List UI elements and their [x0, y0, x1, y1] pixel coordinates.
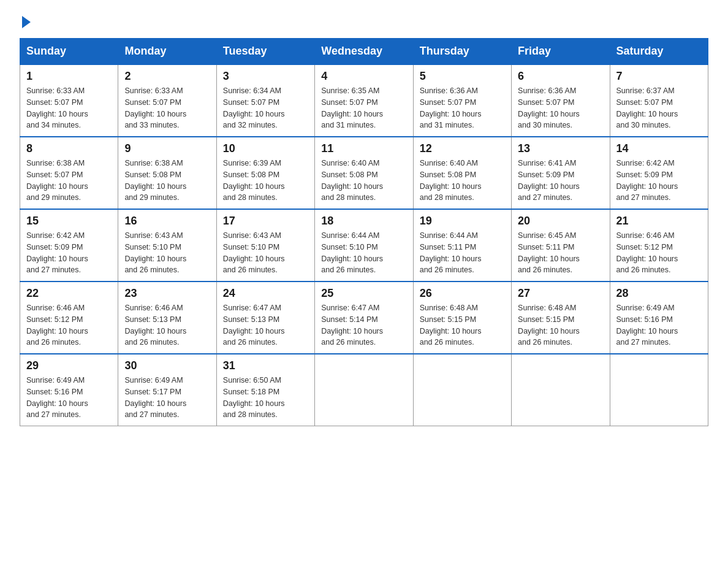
calendar-cell: 14Sunrise: 6:42 AMSunset: 5:09 PMDayligh…	[610, 137, 708, 209]
day-number: 18	[321, 215, 406, 228]
day-info: Sunrise: 6:44 AMSunset: 5:10 PMDaylight:…	[321, 230, 406, 276]
calendar-cell	[610, 354, 708, 426]
day-info: Sunrise: 6:40 AMSunset: 5:08 PMDaylight:…	[420, 158, 505, 204]
calendar-cell: 12Sunrise: 6:40 AMSunset: 5:08 PMDayligh…	[413, 137, 511, 209]
calendar-cell: 13Sunrise: 6:41 AMSunset: 5:09 PMDayligh…	[512, 137, 610, 209]
day-number: 15	[26, 215, 112, 228]
day-info: Sunrise: 6:36 AMSunset: 5:07 PMDaylight:…	[420, 85, 505, 131]
calendar-cell: 17Sunrise: 6:43 AMSunset: 5:10 PMDayligh…	[216, 209, 314, 282]
calendar-cell: 10Sunrise: 6:39 AMSunset: 5:08 PMDayligh…	[216, 137, 314, 209]
day-info: Sunrise: 6:43 AMSunset: 5:10 PMDaylight:…	[124, 230, 210, 276]
day-number: 1	[26, 70, 112, 83]
day-info: Sunrise: 6:39 AMSunset: 5:08 PMDaylight:…	[223, 158, 308, 204]
weekday-header-tuesday: Tuesday	[216, 39, 314, 65]
calendar-cell: 30Sunrise: 6:49 AMSunset: 5:17 PMDayligh…	[118, 354, 216, 426]
calendar-cell: 7Sunrise: 6:37 AMSunset: 5:07 PMDaylight…	[610, 64, 708, 137]
calendar-cell: 6Sunrise: 6:36 AMSunset: 5:07 PMDaylight…	[512, 64, 610, 137]
day-number: 13	[518, 142, 603, 155]
calendar-cell: 15Sunrise: 6:42 AMSunset: 5:09 PMDayligh…	[20, 209, 118, 282]
day-number: 31	[223, 359, 308, 372]
day-number: 4	[321, 70, 406, 83]
calendar-week-row: 22Sunrise: 6:46 AMSunset: 5:12 PMDayligh…	[20, 282, 708, 354]
day-number: 10	[223, 142, 308, 155]
day-number: 24	[223, 287, 308, 300]
day-number: 20	[518, 215, 603, 228]
day-number: 7	[616, 70, 702, 83]
day-info: Sunrise: 6:38 AMSunset: 5:07 PMDaylight:…	[26, 158, 112, 204]
calendar-cell: 3Sunrise: 6:34 AMSunset: 5:07 PMDaylight…	[216, 64, 314, 137]
day-info: Sunrise: 6:47 AMSunset: 5:14 PMDaylight:…	[321, 302, 406, 348]
day-info: Sunrise: 6:41 AMSunset: 5:09 PMDaylight:…	[518, 158, 603, 204]
weekday-header-row: SundayMondayTuesdayWednesdayThursdayFrid…	[20, 39, 708, 65]
day-number: 16	[124, 215, 210, 228]
day-info: Sunrise: 6:40 AMSunset: 5:08 PMDaylight:…	[321, 158, 406, 204]
weekday-header-thursday: Thursday	[413, 39, 511, 65]
weekday-header-saturday: Saturday	[610, 39, 708, 65]
day-number: 3	[223, 70, 308, 83]
day-info: Sunrise: 6:42 AMSunset: 5:09 PMDaylight:…	[26, 230, 112, 276]
calendar-cell	[315, 354, 413, 426]
day-info: Sunrise: 6:45 AMSunset: 5:11 PMDaylight:…	[518, 230, 603, 276]
calendar-cell: 31Sunrise: 6:50 AMSunset: 5:18 PMDayligh…	[216, 354, 314, 426]
day-number: 14	[616, 142, 702, 155]
day-number: 17	[223, 215, 308, 228]
day-number: 12	[420, 142, 505, 155]
day-number: 27	[518, 287, 603, 300]
calendar-cell: 8Sunrise: 6:38 AMSunset: 5:07 PMDaylight…	[20, 137, 118, 209]
day-number: 21	[616, 215, 702, 228]
day-number: 28	[616, 287, 702, 300]
day-info: Sunrise: 6:48 AMSunset: 5:15 PMDaylight:…	[518, 302, 603, 348]
weekday-header-sunday: Sunday	[20, 39, 118, 65]
calendar-cell: 11Sunrise: 6:40 AMSunset: 5:08 PMDayligh…	[315, 137, 413, 209]
weekday-header-friday: Friday	[512, 39, 610, 65]
day-number: 9	[124, 142, 210, 155]
weekday-header-monday: Monday	[118, 39, 216, 65]
day-info: Sunrise: 6:34 AMSunset: 5:07 PMDaylight:…	[223, 85, 308, 131]
calendar-cell: 25Sunrise: 6:47 AMSunset: 5:14 PMDayligh…	[315, 282, 413, 354]
day-number: 22	[26, 287, 112, 300]
calendar-cell: 1Sunrise: 6:33 AMSunset: 5:07 PMDaylight…	[20, 64, 118, 137]
calendar-cell: 18Sunrise: 6:44 AMSunset: 5:10 PMDayligh…	[315, 209, 413, 282]
calendar-table: SundayMondayTuesdayWednesdayThursdayFrid…	[20, 38, 708, 426]
day-info: Sunrise: 6:43 AMSunset: 5:10 PMDaylight:…	[223, 230, 308, 276]
day-info: Sunrise: 6:46 AMSunset: 5:12 PMDaylight:…	[616, 230, 702, 276]
day-number: 30	[124, 359, 210, 372]
logo	[20, 15, 31, 26]
day-info: Sunrise: 6:36 AMSunset: 5:07 PMDaylight:…	[518, 85, 603, 131]
calendar-cell: 22Sunrise: 6:46 AMSunset: 5:12 PMDayligh…	[20, 282, 118, 354]
day-number: 25	[321, 287, 406, 300]
day-info: Sunrise: 6:49 AMSunset: 5:16 PMDaylight:…	[616, 302, 702, 348]
day-number: 11	[321, 142, 406, 155]
calendar-cell	[512, 354, 610, 426]
calendar-week-row: 15Sunrise: 6:42 AMSunset: 5:09 PMDayligh…	[20, 209, 708, 282]
page-header	[20, 15, 708, 26]
calendar-cell: 24Sunrise: 6:47 AMSunset: 5:13 PMDayligh…	[216, 282, 314, 354]
logo-arrow-icon	[22, 16, 31, 28]
day-info: Sunrise: 6:49 AMSunset: 5:16 PMDaylight:…	[26, 375, 112, 421]
day-number: 23	[124, 287, 210, 300]
calendar-cell: 23Sunrise: 6:46 AMSunset: 5:13 PMDayligh…	[118, 282, 216, 354]
day-info: Sunrise: 6:49 AMSunset: 5:17 PMDaylight:…	[124, 375, 210, 421]
weekday-header-wednesday: Wednesday	[315, 39, 413, 65]
day-number: 5	[420, 70, 505, 83]
day-info: Sunrise: 6:46 AMSunset: 5:12 PMDaylight:…	[26, 302, 112, 348]
day-info: Sunrise: 6:35 AMSunset: 5:07 PMDaylight:…	[321, 85, 406, 131]
day-info: Sunrise: 6:42 AMSunset: 5:09 PMDaylight:…	[616, 158, 702, 204]
day-info: Sunrise: 6:33 AMSunset: 5:07 PMDaylight:…	[26, 85, 112, 131]
day-info: Sunrise: 6:44 AMSunset: 5:11 PMDaylight:…	[420, 230, 505, 276]
day-info: Sunrise: 6:33 AMSunset: 5:07 PMDaylight:…	[124, 85, 210, 131]
calendar-cell: 21Sunrise: 6:46 AMSunset: 5:12 PMDayligh…	[610, 209, 708, 282]
calendar-cell: 19Sunrise: 6:44 AMSunset: 5:11 PMDayligh…	[413, 209, 511, 282]
calendar-week-row: 29Sunrise: 6:49 AMSunset: 5:16 PMDayligh…	[20, 354, 708, 426]
day-info: Sunrise: 6:50 AMSunset: 5:18 PMDaylight:…	[223, 375, 308, 421]
calendar-cell: 20Sunrise: 6:45 AMSunset: 5:11 PMDayligh…	[512, 209, 610, 282]
calendar-cell: 28Sunrise: 6:49 AMSunset: 5:16 PMDayligh…	[610, 282, 708, 354]
day-number: 8	[26, 142, 112, 155]
day-number: 29	[26, 359, 112, 372]
day-info: Sunrise: 6:38 AMSunset: 5:08 PMDaylight:…	[124, 158, 210, 204]
calendar-cell: 9Sunrise: 6:38 AMSunset: 5:08 PMDaylight…	[118, 137, 216, 209]
calendar-cell: 16Sunrise: 6:43 AMSunset: 5:10 PMDayligh…	[118, 209, 216, 282]
calendar-week-row: 8Sunrise: 6:38 AMSunset: 5:07 PMDaylight…	[20, 137, 708, 209]
calendar-cell: 26Sunrise: 6:48 AMSunset: 5:15 PMDayligh…	[413, 282, 511, 354]
day-number: 6	[518, 70, 603, 83]
